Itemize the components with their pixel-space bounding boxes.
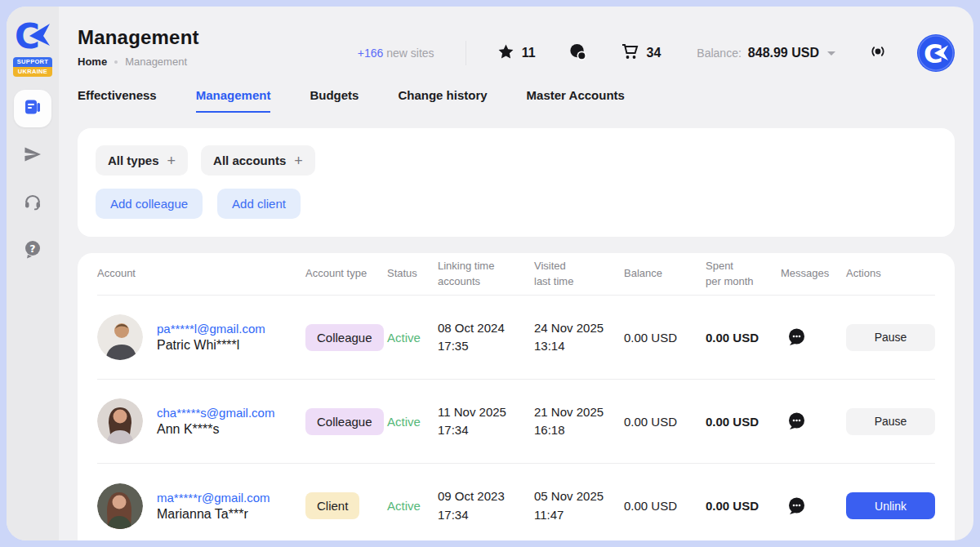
new-sites-count: +166 [358,47,384,60]
cart-stat[interactable]: 34 [620,42,662,64]
table-row: ma*****r@gmail.com Marianna Ta***r Clien… [97,464,935,540]
tab-effectiveness[interactable]: Effectiveness [78,88,157,113]
account-email[interactable]: ma*****r@gmail.com [157,491,270,505]
chevron-down-icon [827,51,835,56]
linking-time-cell: 08 Oct 202417:35 [438,319,534,356]
avatar [97,398,143,444]
account-email[interactable]: pa*****l@gmail.com [157,322,265,336]
balance-cell: 0.00 USD [624,331,706,345]
notification-icon [868,42,888,64]
support-badge-line2: UKRAINE [13,67,52,77]
account-name: Marianna Ta***r [157,507,270,522]
spent-cell: 0.00 USD [706,331,781,345]
add-client-button[interactable]: Add client [217,189,301,219]
chat-bubble-icon [568,42,587,64]
status-label: Active [387,499,438,513]
star-icon [497,43,514,64]
message-icon[interactable] [786,327,807,348]
accounts-table: Account Account type Status Linking time… [78,253,955,540]
message-icon[interactable] [786,496,807,517]
filter-chips: All types + All accounts + [96,145,937,176]
balance-label: Balance: [697,47,741,60]
tab-change-history[interactable]: Change history [398,88,487,113]
account-cell: cha*****s@gmail.com Ann K****s [97,398,305,444]
sidebar-item-support[interactable] [14,185,51,222]
user-avatar[interactable]: C [917,34,955,72]
main-content: Management Home Management +166 new site… [59,7,973,540]
plus-icon: + [294,153,303,168]
tab-management[interactable]: Management [196,88,271,113]
sidebar-item-help[interactable]: ? [14,232,51,269]
topbar-right: +166 new sites 11 [358,34,955,72]
filter-all-types[interactable]: All types + [96,145,188,176]
filter-all-accounts[interactable]: All accounts + [201,145,315,176]
col-status: Status [387,266,438,282]
account-email[interactable]: cha*****s@gmail.com [157,406,274,420]
account-name: Ann K****s [157,422,274,437]
message-icon[interactable] [786,411,807,432]
account-cell: ma*****r@gmail.com Marianna Ta***r [97,483,305,529]
linking-time-cell: 09 Oct 202317:34 [438,487,534,524]
filters-panel: All types + All accounts + Add colleague… [78,128,955,237]
new-sites-label: new sites [386,47,434,60]
avatar [97,483,143,529]
table-row: pa*****l@gmail.com Patric Whi****l Colle… [97,296,935,380]
svg-text:?: ? [29,242,35,255]
breadcrumb-home[interactable]: Home [78,56,107,68]
pause-button[interactable]: Pause [846,324,935,351]
favorites-count: 11 [522,46,536,60]
page-title: Management [78,26,199,49]
cityads-avatar-icon: C [917,34,955,72]
add-colleague-button[interactable]: Add colleague [96,189,203,219]
account-cell: pa*****l@gmail.com Patric Whi****l [97,314,305,360]
breadcrumb-current: Management [125,56,187,68]
topbar: Management Home Management +166 new site… [78,7,955,82]
account-info: cha*****s@gmail.com Ann K****s [157,406,274,437]
title-block: Management Home Management [78,26,199,68]
cart-count: 34 [647,46,662,60]
balance-dropdown[interactable]: Balance: 848.99 USD [697,46,835,60]
support-badge-line1: SUPPORT [13,57,52,67]
col-actions: Actions [846,266,935,282]
balance-cell: 0.00 USD [624,415,706,429]
col-account-type: Account type [305,266,387,282]
telegram-plane-icon [23,145,42,167]
help-question-icon: ? [23,239,42,262]
col-spent: Spentper month [706,259,781,290]
plus-icon: + [167,153,176,168]
status-label: Active [387,331,438,345]
sidebar-nav: ? [14,90,51,269]
notification-button[interactable] [868,42,888,64]
col-linking-time: Linking timeaccounts [438,259,534,290]
sidebar-item-offers[interactable] [14,90,51,127]
favorites-stat[interactable]: 11 [497,43,536,64]
unlink-button[interactable]: Unlink [846,492,935,519]
spent-cell: 0.00 USD [706,415,781,429]
support-headset-icon [23,192,42,215]
linking-time-cell: 11 Nov 202517:34 [438,403,534,440]
tab-budgets[interactable]: Budgets [310,88,359,113]
spent-cell: 0.00 USD [706,499,781,513]
visited-time-cell: 21 Nov 202516:18 [534,403,624,440]
col-messages: Messages [781,266,846,282]
account-type-badge: Client [305,492,359,519]
balance-value: 848.99 USD [748,46,819,60]
new-sites-link[interactable]: +166 new sites [358,47,434,60]
avatar [97,314,143,360]
visited-time-cell: 24 Nov 202513:14 [534,319,624,356]
cityads-logo-icon: C [15,18,51,54]
messages-stat[interactable] [568,42,587,64]
balance-cell: 0.00 USD [624,499,706,513]
pause-button[interactable]: Pause [846,408,935,435]
visited-time-cell: 05 Nov 202511:47 [534,487,624,524]
app-window: C SUPPORT UKRAINE [7,7,973,540]
col-balance: Balance [624,266,706,282]
support-ukraine-badge: SUPPORT UKRAINE [13,57,52,77]
breadcrumb: Home Management [78,56,199,68]
col-account: Account [97,266,305,282]
sidebar-item-telegram[interactable] [14,137,51,175]
tab-bar: Effectiveness Management Budgets Change … [78,82,955,113]
status-label: Active [387,415,438,429]
cityads-logo[interactable]: C [15,18,51,54]
tab-master-accounts[interactable]: Master Accounts [527,88,625,113]
